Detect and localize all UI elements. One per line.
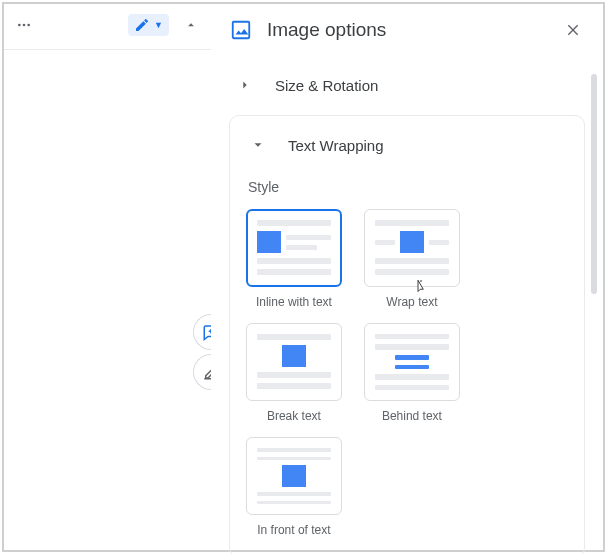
image-icon — [229, 18, 253, 42]
svg-point-0 — [18, 24, 21, 27]
section-size-rotation[interactable]: Size & Rotation — [229, 56, 585, 113]
toolbar-divider — [4, 49, 211, 50]
more-icon[interactable] — [12, 13, 36, 37]
style-label: Style — [248, 179, 568, 195]
wrap-option-wrap[interactable] — [364, 209, 460, 287]
panel-scrollbar[interactable] — [591, 74, 597, 294]
wrap-option-inline[interactable] — [246, 209, 342, 287]
wrap-option-label: Break text — [246, 409, 342, 423]
section-title: Size & Rotation — [275, 77, 378, 94]
svg-rect-3 — [233, 22, 250, 39]
section-text-wrapping-header[interactable]: Text Wrapping — [246, 116, 568, 173]
close-button[interactable] — [561, 18, 585, 42]
section-text-wrapping: Text Wrapping Style Inline with text — [229, 115, 585, 554]
wrap-option-break[interactable] — [246, 323, 342, 401]
pencil-icon — [134, 17, 150, 33]
wrap-option-label: Wrap text — [364, 295, 460, 309]
panel-title: Image options — [267, 19, 547, 41]
wrap-option-front[interactable] — [246, 437, 342, 515]
wrap-option-label: Inline with text — [246, 295, 342, 309]
chevron-down-icon — [246, 133, 270, 157]
editing-mode-button[interactable]: ▼ — [128, 14, 169, 36]
wrap-option-label: In front of text — [246, 523, 342, 537]
chevron-right-icon — [233, 73, 257, 97]
wrap-option-behind[interactable] — [364, 323, 460, 401]
collapse-panel-button[interactable] — [179, 13, 203, 37]
dropdown-caret-icon: ▼ — [154, 20, 163, 30]
svg-point-2 — [27, 24, 30, 27]
wrap-option-label: Behind text — [364, 409, 460, 423]
section-title: Text Wrapping — [288, 137, 384, 154]
svg-point-1 — [23, 24, 26, 27]
